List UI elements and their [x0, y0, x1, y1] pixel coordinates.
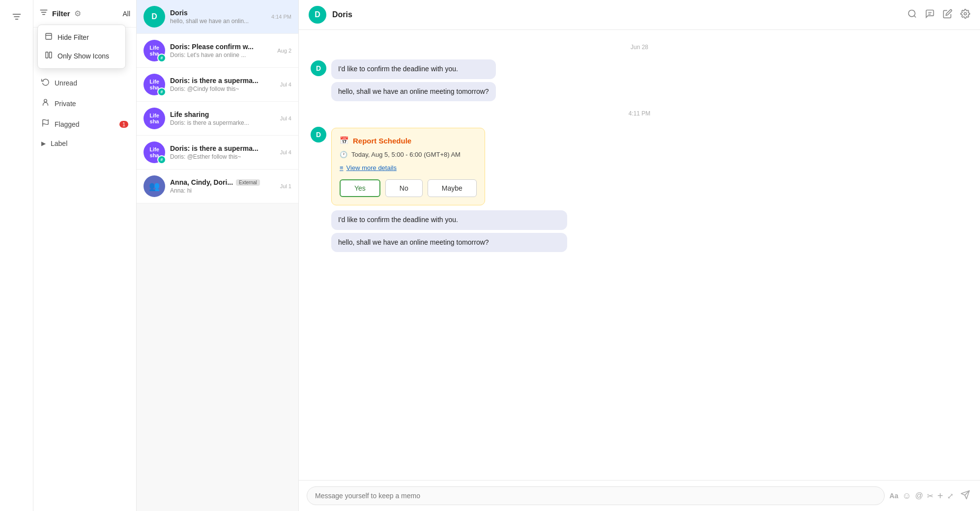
sidebar-item-flagged[interactable]: Flagged 1 [33, 114, 136, 135]
schedule-title-text: Report Schedule [353, 137, 411, 145]
msg-bubble-1b: hello, shall we have an online meeting t… [331, 82, 496, 102]
flagged-badge: 1 [119, 121, 128, 128]
conv-time-anna: Jul 1 [280, 183, 291, 189]
conv-preview-confirm: Doris: Let's have an online ... [170, 52, 272, 58]
conv-name-life: Life sharing [170, 111, 275, 118]
conversation-list: D Doris hello, shall we have an onlin...… [137, 0, 299, 511]
unread-icon [41, 78, 50, 88]
sidebar-item-unread[interactable]: Unread [33, 73, 136, 93]
sidebar-item-private[interactable]: Private [33, 93, 136, 114]
conv-name-doris: Doris [170, 9, 266, 17]
conv-preview-life: Doris: is there a supermarke... [170, 119, 275, 126]
msg-avatar-1: D [311, 60, 326, 76]
maybe-button[interactable]: Maybe [428, 179, 477, 197]
conv-avatar-confirm: Lifesha # [144, 40, 165, 61]
mention-icon[interactable]: @ [915, 491, 923, 500]
only-icons-item[interactable]: Only Show Icons [38, 47, 125, 65]
chat-header: D Doris [299, 0, 980, 30]
msg-row-schedule: D 📅 Report Schedule 🕐 Today, Aug 5, 5:00… [311, 126, 968, 205]
schedule-time-icon: 🕐 [340, 151, 347, 158]
conv-preview-doris: hello, shall we have an onlin... [170, 18, 266, 25]
conv-avatar-anna: 👥 [144, 175, 165, 197]
svg-rect-8 [46, 52, 48, 58]
schedule-actions: Yes No Maybe [340, 179, 477, 197]
conv-item-doris-confirm[interactable]: Lifesha # Doris: Please confirm w... Dor… [137, 34, 298, 68]
external-badge: External [236, 179, 260, 186]
chat-messages: Jun 28 D I'd like to confirm the deadlin… [299, 30, 980, 480]
conv-item-anna[interactable]: 👥 Anna, Cindy, Dori... External Anna: hi… [137, 170, 298, 203]
svg-rect-6 [46, 33, 52, 39]
conv-preview-superma2: Doris: @Esther follow this~ [170, 153, 275, 160]
conv-time-life: Jul 4 [280, 115, 291, 121]
msg-bubbles-after: I'd like to confirm the deadline with yo… [331, 210, 968, 252]
conv-avatar-superma1: Lifesha # [144, 74, 165, 95]
filter-title: Filter [52, 9, 70, 18]
search-icon[interactable] [907, 9, 917, 21]
msg-bubbles-1: I'd like to confirm the deadline with yo… [331, 59, 496, 101]
schedule-view-more-link[interactable]: ≡ View more details [340, 164, 477, 171]
conv-time-superma1: Jul 4 [280, 82, 291, 87]
conv-time-superma2: Jul 4 [280, 149, 291, 155]
conv-name-superma1: Doris: is there a superma... [170, 77, 275, 85]
edit-icon[interactable] [943, 9, 952, 21]
label-label: Label [51, 140, 67, 147]
svg-rect-9 [49, 52, 52, 58]
svg-point-13 [44, 99, 47, 102]
list-icon: ≡ [340, 164, 344, 171]
msg-row-1: D I'd like to confirm the deadline with … [311, 59, 968, 101]
svg-point-15 [909, 10, 915, 16]
expand-icon[interactable]: ⤢ [947, 491, 953, 501]
conv-name-superma2: Doris: is there a superma... [170, 144, 275, 152]
message-input[interactable] [307, 486, 885, 505]
conv-time-confirm: Aug 2 [277, 48, 291, 54]
conv-time-doris: 4:14 PM [271, 14, 291, 20]
view-more-label: View more details [346, 164, 397, 171]
settings-icon[interactable] [960, 9, 970, 21]
private-icon [41, 98, 50, 109]
filter-panel: Filter ⚙ All Hide Filter Only Show Icons [33, 0, 137, 511]
msg-bubble-1a: I'd like to confirm the deadline with yo… [331, 59, 496, 79]
gear-icon[interactable]: ⚙ [74, 9, 81, 18]
chat-header-name: Doris [332, 10, 352, 19]
filter-all[interactable]: All [122, 10, 130, 18]
send-button[interactable] [958, 490, 972, 502]
date-divider: Jun 28 [311, 44, 968, 51]
chat-input-area: Aa ☺ @ ✂ + ⤢ [299, 480, 980, 511]
time-divider: 4:11 PM [311, 110, 968, 117]
channel-badge-confirm: # [157, 54, 166, 62]
filter-icon-btn[interactable] [39, 8, 48, 19]
conv-preview-anna: Anna: hi [170, 187, 275, 194]
schedule-cal-icon: 📅 [340, 136, 349, 145]
msg-avatar-schedule: D [311, 127, 326, 142]
chat-header-avatar: D [309, 6, 326, 24]
conv-item-superma2[interactable]: Lifesha # Doris: is there a superma... D… [137, 136, 298, 170]
hide-filter-label: Hide Filter [58, 33, 89, 41]
channel-badge-superma1: # [157, 87, 166, 96]
conv-item-superma1[interactable]: Lifesha # Doris: is there a superma... D… [137, 68, 298, 102]
unread-label: Unread [55, 79, 77, 87]
thread-icon[interactable] [925, 9, 935, 21]
svg-point-18 [964, 12, 967, 15]
filter-icon[interactable] [6, 6, 28, 28]
conv-name-anna: Anna, Cindy, Dori... External [170, 178, 275, 186]
sidebar-item-label[interactable]: ▶ Label [33, 135, 136, 152]
no-button[interactable]: No [385, 179, 423, 197]
conv-name-confirm: Doris: Please confirm w... [170, 43, 272, 51]
schedule-card: 📅 Report Schedule 🕐 Today, Aug 5, 5:00 -… [331, 128, 485, 205]
emoji-icon[interactable]: ☺ [902, 491, 911, 501]
conv-item-life-sharing[interactable]: Lifesha Life sharing Doris: is there a s… [137, 102, 298, 136]
filter-dropdown: Hide Filter Only Show Icons [37, 25, 126, 69]
yes-button[interactable]: Yes [340, 179, 380, 197]
conv-avatar-superma2: Lifesha # [144, 142, 165, 163]
schedule-time-text: Today, Aug 5, 5:00 - 6:00 (GMT+8) AM [351, 151, 461, 158]
font-size-icon[interactable]: Aa [890, 492, 898, 500]
only-icons-label: Only Show Icons [58, 52, 109, 60]
scissors-icon[interactable]: ✂ [927, 491, 933, 501]
conv-item-doris[interactable]: D Doris hello, shall we have an onlin...… [137, 0, 298, 34]
sidebar-nav [0, 0, 33, 511]
flagged-label: Flagged [55, 120, 80, 128]
hide-filter-item[interactable]: Hide Filter [38, 28, 125, 47]
label-chevron-icon: ▶ [41, 140, 46, 147]
chat-header-actions [907, 9, 970, 21]
add-icon[interactable]: + [937, 490, 943, 502]
